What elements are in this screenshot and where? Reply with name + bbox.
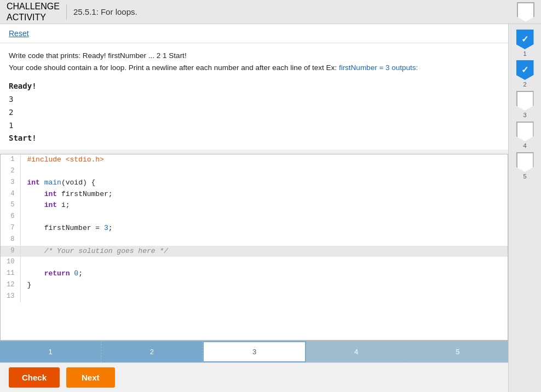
code-row: 1 #include <stdio.h>: [1, 154, 508, 166]
line-code: }: [20, 280, 508, 291]
line-code: int firstNumber;: [20, 189, 508, 200]
line-num: 8: [1, 234, 20, 246]
line-code: [20, 211, 508, 223]
line-code: [20, 234, 508, 246]
badge-1: ✓: [516, 30, 534, 49]
line-num: 9: [1, 246, 20, 257]
badge-2: ✓: [516, 60, 534, 80]
code-row: 10: [1, 257, 508, 268]
code-row: 3 int main(void) {: [1, 177, 508, 189]
instruction-line1: Write code that prints: Ready! firstNumb…: [9, 50, 499, 62]
line-num: 1: [1, 154, 20, 166]
line-num: 7: [1, 223, 20, 234]
sidebar-item-1[interactable]: ✓ 1: [516, 30, 534, 57]
line-code: [20, 291, 508, 303]
code-row-highlighted: 9 /* Your solution goes here */: [1, 246, 508, 257]
checkmark-icon-2: ✓: [521, 65, 528, 75]
line-code: int main(void) {: [20, 177, 508, 189]
instruction-line2: Your code should contain a for loop. Pri…: [9, 62, 499, 74]
line-num: 12: [1, 280, 20, 291]
line-code: #include <stdio.h>: [20, 154, 508, 166]
main-container: Reset Write code that prints: Ready! fir…: [0, 24, 541, 392]
sidebar-num-1: 1: [523, 50, 526, 57]
line-code: firstNumber = 3;: [20, 223, 508, 234]
code-row: 11 return 0;: [1, 268, 508, 280]
activity-text: ACTIVITY: [7, 12, 60, 22]
next-button[interactable]: Next: [66, 367, 115, 388]
checkmark-icon-1: ✓: [521, 34, 528, 44]
progress-segment-3[interactable]: 3: [203, 341, 306, 362]
progress-bar: 1 2 3 4 5: [0, 341, 508, 362]
progress-segment-2[interactable]: 2: [101, 341, 203, 362]
line-num: 6: [1, 211, 20, 223]
code-row: 13: [1, 291, 508, 303]
line-code: /* Your solution goes here */: [20, 246, 508, 257]
sidebar-num-4: 4: [523, 142, 526, 149]
sidebar-item-3[interactable]: 3: [516, 91, 534, 118]
output-1: 1: [9, 119, 499, 132]
line-num: 10: [1, 257, 20, 268]
code-row: 6: [1, 211, 508, 223]
output-start: Start!: [9, 132, 499, 145]
challenge-text: CHALLENGE: [7, 1, 60, 11]
line-num: 13: [1, 291, 20, 303]
badge-4: [516, 122, 534, 141]
line-code: int i;: [20, 200, 508, 211]
challenge-label: CHALLENGE ACTIVITY: [7, 1, 60, 22]
code-row: 4 int firstNumber;: [1, 189, 508, 200]
progress-segment-5[interactable]: 5: [407, 341, 508, 362]
line-code: [20, 166, 508, 177]
sidebar-num-3: 3: [523, 112, 526, 118]
highlight-text: firstNumber = 3 outputs:: [339, 64, 418, 72]
page-title: 25.5.1: For loops.: [73, 7, 517, 16]
line-code: [20, 257, 508, 268]
badge-5: [516, 152, 534, 172]
line-num: 2: [1, 166, 20, 177]
bookmark-icon: [517, 2, 534, 22]
line-num: 4: [1, 189, 20, 200]
code-row: 2: [1, 166, 508, 177]
sidebar-num-2: 2: [523, 81, 526, 88]
action-bar: Check Next: [0, 362, 508, 392]
progress-segment-1[interactable]: 1: [0, 341, 101, 362]
line-num: 11: [1, 268, 20, 280]
code-row: 5 int i;: [1, 200, 508, 211]
reset-button[interactable]: Reset: [9, 29, 29, 38]
output-ready: Ready!: [9, 80, 499, 93]
badge-3: [516, 91, 534, 111]
output-2: 2: [9, 106, 499, 119]
output-preview: Ready! 3 2 1 Start!: [0, 78, 508, 149]
sidebar-item-5[interactable]: 5: [516, 152, 534, 180]
line-num: 3: [1, 177, 20, 189]
reset-bar: Reset: [0, 24, 508, 43]
progress-segment-4[interactable]: 4: [306, 341, 407, 362]
content-area: Reset Write code that prints: Ready! fir…: [0, 24, 508, 392]
sidebar: ✓ 1 ✓ 2 3 4 5: [508, 24, 541, 392]
code-table: 1 #include <stdio.h> 2 3 int main(void) …: [1, 154, 508, 302]
code-row: 12 }: [1, 280, 508, 291]
line-num: 5: [1, 200, 20, 211]
sidebar-item-4[interactable]: 4: [516, 122, 534, 149]
code-row: 8: [1, 234, 508, 246]
line-code: return 0;: [20, 268, 508, 280]
instructions: Write code that prints: Ready! firstNumb…: [0, 43, 508, 78]
output-3: 3: [9, 93, 499, 106]
check-button[interactable]: Check: [9, 367, 60, 388]
header: CHALLENGE ACTIVITY 25.5.1: For loops.: [0, 0, 541, 24]
sidebar-item-2[interactable]: ✓ 2: [516, 60, 534, 88]
header-divider: [66, 4, 67, 20]
code-editor[interactable]: 1 #include <stdio.h> 2 3 int main(void) …: [0, 154, 508, 341]
code-row: 7 firstNumber = 3;: [1, 223, 508, 234]
sidebar-num-5: 5: [523, 173, 526, 180]
